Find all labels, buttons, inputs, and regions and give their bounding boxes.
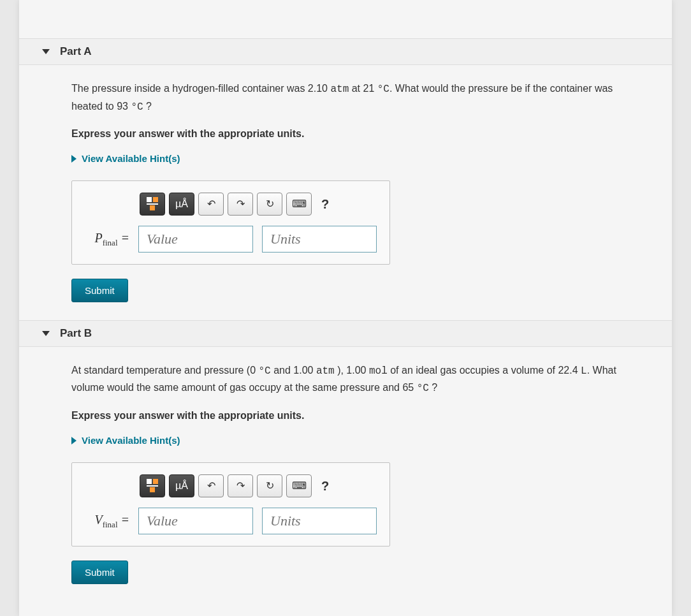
- part-b-hints-toggle[interactable]: View Available Hint(s): [71, 433, 634, 448]
- reset-icon: ↻: [266, 196, 274, 212]
- hints-label: View Available Hint(s): [82, 433, 180, 448]
- part-b-question: At standard temperature and pressure (0 …: [71, 362, 634, 397]
- part-b-answer-box: µÅ ↶ ↷ ↻ ⌨ ? Vfinal =: [71, 462, 390, 546]
- templates-button[interactable]: [140, 193, 165, 216]
- part-a-input-row: Pfinal =: [85, 226, 377, 253]
- redo-icon: ↷: [236, 478, 245, 494]
- part-a-variable-label: Pfinal =: [85, 228, 129, 250]
- caret-right-icon: [71, 155, 76, 163]
- keyboard-icon: ⌨: [292, 196, 307, 212]
- units-button[interactable]: µÅ: [169, 193, 194, 216]
- part-a-title: Part A: [60, 45, 91, 58]
- redo-button[interactable]: ↷: [228, 474, 253, 497]
- part-b-variable-label: Vfinal =: [85, 510, 129, 532]
- part-b-title: Part B: [60, 327, 92, 340]
- part-b-header[interactable]: Part B: [19, 320, 672, 347]
- reset-button[interactable]: ↻: [257, 193, 282, 216]
- keyboard-button[interactable]: ⌨: [286, 474, 312, 497]
- part-b-input-row: Vfinal =: [85, 508, 377, 534]
- keyboard-button[interactable]: ⌨: [286, 193, 312, 216]
- part-a-body: The pressure inside a hydrogen-filled co…: [19, 65, 672, 320]
- templates-button[interactable]: [140, 474, 165, 497]
- help-button[interactable]: ?: [316, 476, 335, 496]
- part-b-value-input[interactable]: [138, 508, 253, 534]
- part-a-toolbar: µÅ ↶ ↷ ↻ ⌨ ?: [140, 193, 377, 216]
- caret-down-icon: [42, 49, 50, 54]
- reset-button[interactable]: ↻: [257, 474, 282, 497]
- exercise-panel: Part A The pressure inside a hydrogen-fi…: [19, 0, 672, 616]
- part-a-submit-button[interactable]: Submit: [71, 279, 128, 302]
- fraction-template-icon: [147, 479, 158, 492]
- part-a-value-input[interactable]: [138, 226, 253, 253]
- caret-right-icon: [71, 437, 76, 444]
- part-a-answer-box: µÅ ↶ ↷ ↻ ⌨ ? Pfinal =: [71, 180, 390, 265]
- units-button[interactable]: µÅ: [169, 474, 194, 497]
- redo-icon: ↷: [236, 196, 245, 212]
- part-a-units-input[interactable]: [262, 226, 377, 253]
- undo-button[interactable]: ↶: [198, 474, 224, 497]
- caret-down-icon: [42, 331, 50, 336]
- keyboard-icon: ⌨: [292, 478, 307, 494]
- hints-label: View Available Hint(s): [82, 151, 180, 166]
- fraction-template-icon: [147, 197, 158, 210]
- undo-icon: ↶: [207, 478, 215, 494]
- undo-button[interactable]: ↶: [198, 193, 224, 216]
- help-button[interactable]: ?: [316, 194, 335, 214]
- part-b-body: At standard temperature and pressure (0 …: [19, 347, 672, 602]
- part-a-header[interactable]: Part A: [19, 38, 672, 65]
- part-b-instruction: Express your answer with the appropriate…: [71, 407, 634, 424]
- undo-icon: ↶: [207, 196, 215, 212]
- part-a-question: The pressure inside a hydrogen-filled co…: [71, 80, 634, 115]
- part-b-toolbar: µÅ ↶ ↷ ↻ ⌨ ?: [140, 474, 377, 497]
- part-a-instruction: Express your answer with the appropriate…: [71, 126, 634, 142]
- reset-icon: ↻: [266, 478, 274, 494]
- part-b-submit-button[interactable]: Submit: [71, 561, 128, 584]
- part-a-hints-toggle[interactable]: View Available Hint(s): [71, 151, 634, 166]
- redo-button[interactable]: ↷: [228, 193, 253, 216]
- part-b-units-input[interactable]: [262, 508, 377, 534]
